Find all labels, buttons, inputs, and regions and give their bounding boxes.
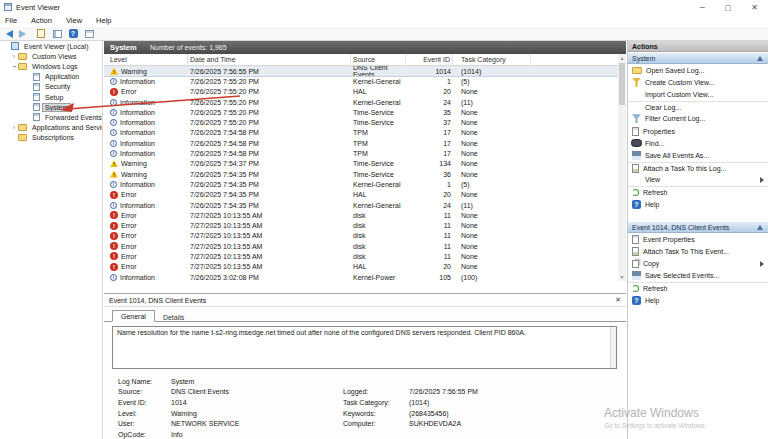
menu-file[interactable]: File [5, 16, 17, 25]
forward-icon[interactable] [19, 30, 26, 38]
action-item[interactable]: Refresh [628, 186, 768, 198]
tree-item[interactable]: Applications and Services Log [0, 123, 102, 133]
tab-details[interactable]: Details [155, 312, 192, 322]
column-header-level[interactable]: Level [104, 54, 188, 66]
table-row[interactable]: Warning 7/26/2025 7:54:37 PM Time-Servic… [104, 159, 626, 169]
action-icon [632, 189, 639, 196]
menu-view[interactable]: View [66, 16, 82, 25]
level-icon [110, 99, 117, 106]
close-icon[interactable] [751, 0, 758, 15]
table-row[interactable]: Error 7/27/2025 10:13:55 AM disk 11 None [104, 231, 626, 241]
description-scrollbar[interactable] [610, 327, 616, 368]
chevron-icon[interactable] [10, 123, 18, 132]
action-item[interactable]: Create Custom View... [628, 76, 768, 88]
tab-general[interactable]: General [112, 310, 155, 322]
tree-item[interactable]: Setup [0, 92, 102, 102]
tree-item[interactable]: Subscriptions [0, 133, 102, 143]
action-item[interactable]: Help [628, 198, 768, 210]
tree-node-icon [33, 83, 40, 91]
event-description-box[interactable]: Name resolution for the name t-s2-ring.m… [112, 326, 617, 369]
tree-item-label: Event Viewer (Local) [22, 43, 90, 50]
level-text: Error [121, 253, 137, 260]
restore-icon[interactable] [725, 0, 732, 15]
actions-section-system[interactable]: System [628, 52, 768, 64]
scroll-up-icon[interactable]: ▲ [618, 54, 626, 62]
column-header-source[interactable]: Source [351, 54, 406, 66]
tree-node-icon [18, 63, 27, 70]
action-item[interactable]: Copy [628, 258, 768, 270]
action-item[interactable]: Attach a Task To this Log... [628, 162, 768, 174]
column-header-datetime[interactable]: Date and Time [188, 54, 351, 66]
field-row: Level: Warning Keywords: (268435456) [118, 408, 626, 419]
action-label: Save Selected Events... [645, 272, 719, 279]
console-tree-icon[interactable] [53, 30, 62, 38]
tree-item[interactable]: Event Viewer (Local) [0, 41, 102, 51]
action-item[interactable]: Refresh [628, 282, 768, 294]
vertical-scrollbar[interactable]: ▲ ▼ [618, 54, 626, 281]
action-label: Clear Log... [645, 104, 681, 111]
table-row[interactable]: Error 7/26/2025 7:55:20 PM HAL 20 None [104, 87, 626, 97]
field-label: Keywords: [343, 410, 409, 417]
preview-close-icon[interactable]: ✕ [615, 296, 621, 304]
actions-section-event[interactable]: Event 1014, DNS Client Events [628, 221, 768, 233]
tree-item[interactable]: Custom Views [0, 51, 102, 61]
action-item[interactable]: Help [628, 294, 768, 306]
taskcategory-cell: (11) [453, 99, 531, 106]
tree-item[interactable]: Forwarded Events [0, 112, 102, 122]
table-row[interactable]: Information 7/26/2025 7:54:58 PM TPM 17 … [104, 128, 626, 138]
panel-icon[interactable] [85, 30, 94, 38]
table-row[interactable]: Information 7/26/2025 7:55:20 PM Kernel-… [104, 97, 626, 107]
collapse-icon[interactable] [757, 56, 763, 61]
action-item[interactable]: Import Custom View... [628, 88, 768, 100]
action-item[interactable]: Save Selected Events... [628, 270, 768, 282]
action-item[interactable]: Find... [628, 137, 768, 149]
table-row[interactable]: Information 7/26/2025 7:54:58 PM TPM 17 … [104, 138, 626, 148]
table-row[interactable]: Information 7/26/2025 7:54:58 PM TPM 17 … [104, 148, 626, 158]
tree-item-label: Windows Logs [30, 63, 80, 70]
action-item[interactable]: Properties [628, 125, 768, 137]
export-doc-icon[interactable] [37, 29, 45, 38]
tree-item[interactable]: Application [0, 72, 102, 82]
chevron-icon[interactable] [10, 62, 18, 71]
action-item[interactable]: Filter Current Log... [628, 113, 768, 125]
action-item[interactable]: Save All Events As... [628, 149, 768, 161]
collapse-icon[interactable] [757, 225, 763, 230]
table-row[interactable]: Information 7/26/2025 7:54:35 PM Kernel-… [104, 179, 626, 189]
table-row[interactable]: Information 7/26/2025 7:55:20 PM Kernel-… [104, 76, 626, 86]
back-icon[interactable] [6, 30, 13, 38]
action-item[interactable]: Clear Log... [628, 101, 768, 113]
table-row[interactable]: Error 7/27/2025 10:13:55 AM HAL 20 None [104, 262, 626, 272]
table-row[interactable]: Information 7/26/2025 7:54:35 PM Kernel-… [104, 200, 626, 210]
table-row[interactable]: Error 7/27/2025 10:13:55 AM disk 11 None [104, 220, 626, 230]
scrollbar-thumb[interactable] [619, 63, 625, 105]
action-item[interactable]: View [628, 174, 768, 186]
table-row[interactable]: Warning 7/26/2025 7:54:35 PM Time-Servic… [104, 169, 626, 179]
action-label: Refresh [643, 285, 668, 292]
help-icon[interactable] [69, 29, 78, 38]
table-row[interactable]: Error 7/26/2025 7:54:35 PM HAL 20 None [104, 190, 626, 200]
tree-item[interactable]: Security [0, 82, 102, 92]
action-item[interactable]: Open Saved Log... [628, 64, 768, 76]
table-row[interactable]: Error 7/27/2025 10:13:55 AM disk 11 None [104, 210, 626, 220]
menu-help[interactable]: Help [96, 16, 111, 25]
table-row[interactable]: Error 7/27/2025 10:13:55 AM disk 11 None [104, 251, 626, 261]
action-item[interactable]: Attach Task To This Event... [628, 245, 768, 257]
scroll-down-icon[interactable]: ▼ [618, 273, 626, 281]
level-text: Warning [121, 171, 147, 178]
tree-item[interactable]: System [0, 102, 102, 112]
field-label: Computer: [343, 420, 409, 427]
source-cell: HAL [351, 263, 406, 270]
menu-action[interactable]: Action [31, 16, 52, 25]
table-row[interactable]: Information 7/26/2025 7:55:20 PM Time-Se… [104, 107, 626, 117]
table-row[interactable]: Warning 7/26/2025 7:56:55 PM DNS Client … [104, 66, 626, 76]
column-header-eventid[interactable]: Event ID [406, 54, 453, 66]
taskcategory-cell: None [453, 243, 531, 250]
table-row[interactable]: Information 7/26/2025 7:55:20 PM Time-Se… [104, 117, 626, 127]
minimize-icon[interactable] [700, 0, 705, 14]
table-row[interactable]: Error 7/27/2025 10:13:55 AM disk 11 None [104, 241, 626, 251]
action-item[interactable]: Event Properties [628, 233, 768, 245]
chevron-icon[interactable] [10, 52, 18, 61]
table-row[interactable]: Information 7/26/2025 3:02:08 PM Kernel-… [104, 272, 626, 282]
tree-item[interactable]: Windows Logs [0, 61, 102, 71]
column-header-taskcategory[interactable]: Task Category [453, 54, 531, 66]
